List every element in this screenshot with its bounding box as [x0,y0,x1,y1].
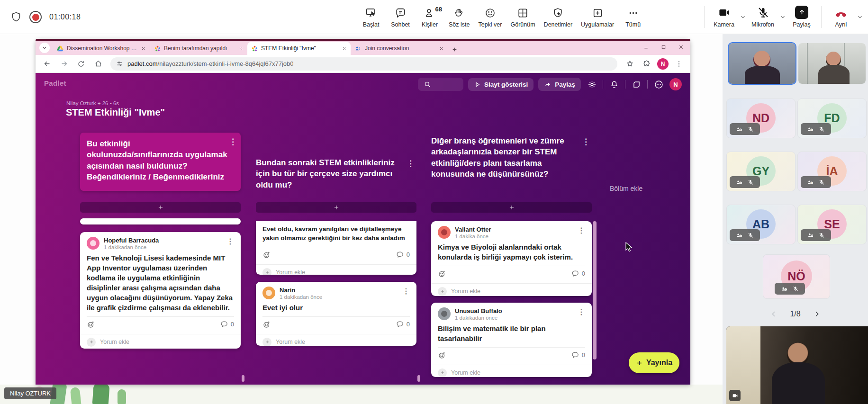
add-reaction-icon[interactable] [87,320,95,329]
host-tools-button[interactable]: Denetimler [540,0,577,34]
post-menu-icon[interactable]: ⋮ [578,226,585,235]
column-1-header[interactable]: Bu etkinliği okulunuzda/sınıflarınızda u… [80,133,241,191]
share-button[interactable]: Paylaş [787,0,816,34]
reactions-button[interactable]: Tepki ver [474,0,506,34]
slideshow-button[interactable]: Slayt gösterisi [468,78,533,91]
leave-options-chevron[interactable] [857,14,863,20]
browser-tab-stem-etkinligi[interactable]: STEM Etkinliği "Ivme" [247,42,351,55]
more-button[interactable]: Tümü [618,0,648,34]
minimize-button[interactable] [643,45,649,50]
comment-bubble-icon[interactable] [396,251,404,259]
column-3-header[interactable]: Diğer branş öğretmenleri ve zümre arkada… [431,135,592,180]
forward-button[interactable] [57,60,71,68]
column-menu-icon[interactable]: ⋮ [229,136,237,147]
participant-tile[interactable]: ND ? [726,99,796,138]
browser-tab-dissemination[interactable]: Dissemination Workshop - Goo [53,42,150,55]
column-menu-icon[interactable]: ⋮ [582,136,590,147]
add-comment-field[interactable]: Yorum ekle [80,334,241,349]
board-search-button[interactable] [418,78,463,91]
column-1-scrollbar[interactable] [242,375,244,382]
add-reaction-icon[interactable] [438,351,446,359]
column-1-add-post-button[interactable] [80,202,241,213]
add-comment-field[interactable]: Yorum ekle [431,283,592,296]
column-2-scrollbar[interactable] [417,375,420,382]
pager-next-chevron[interactable] [813,310,821,318]
present-mode-icon[interactable] [630,78,642,90]
post-card[interactable]: Hopeful Barracuda 1 dakikadan önce ⋮ Fen… [80,232,241,349]
camera-button[interactable]: Kamera [709,0,739,34]
add-reaction-icon[interactable] [262,251,271,259]
add-comment-field[interactable]: Yorum ekle [256,264,416,275]
participant-tile[interactable]: FD ! [797,99,867,138]
column-2-header[interactable]: Bundan sonraki STEM etkinlikleriniz için… [256,157,416,190]
add-reaction-icon[interactable] [438,269,446,278]
post-menu-icon[interactable]: ⋮ [402,287,410,296]
notifications-bell-icon[interactable] [608,78,620,90]
maximize-button[interactable] [661,45,666,50]
column-menu-icon[interactable]: ⋮ [407,158,415,169]
post-card[interactable]: Narin 1 dakikadan önce ⋮ Evet iyi olur 0 [256,282,416,346]
comment-bubble-icon[interactable] [571,269,579,278]
more-options-icon[interactable] [652,78,665,90]
video-control-badge[interactable] [729,390,741,401]
browser-menu-icon[interactable] [672,60,686,68]
security-shield-icon[interactable] [10,11,22,23]
browser-profile-avatar[interactable]: N [657,58,669,70]
start-share-button[interactable]: Başlat [356,0,386,34]
site-settings-icon[interactable] [116,60,123,67]
participant-tile[interactable]: SE [797,205,867,244]
add-comment-field[interactable]: Yorum ekle [431,365,592,377]
post-card[interactable]: Evet oldu, kavram yanılgıları ve dijital… [256,221,416,275]
add-reaction-icon[interactable] [262,320,271,329]
comment-bubble-icon[interactable] [571,351,579,359]
apps-button[interactable]: Uygulamalar [577,0,618,34]
publish-button[interactable]: Yayınla [629,352,679,373]
participant-video-large[interactable] [726,326,868,404]
board-user-avatar[interactable]: N [669,78,682,90]
recording-indicator-icon[interactable] [29,11,42,23]
chat-button[interactable]: Sohbet [386,0,415,34]
back-button[interactable] [40,60,54,68]
post-menu-icon[interactable]: ⋮ [226,237,234,246]
post-menu-icon[interactable]: ⋮ [578,307,585,316]
browser-tab-made-by-me[interactable]: Benim tarafımdan yapıldı [150,42,247,55]
participant-video[interactable] [729,43,796,84]
home-button[interactable] [91,60,105,68]
tab-search-button[interactable] [39,43,50,53]
add-section-button[interactable]: Bölüm ekle [610,185,642,192]
address-bar[interactable]: padlet.com/nilayozzturk/stem-etkinli-i-i… [110,57,617,71]
raise-hand-button[interactable]: Söz iste [444,0,474,34]
mic-options-chevron[interactable] [779,14,786,20]
participant-tile[interactable]: AB ! [726,205,796,244]
post-card[interactable]: Unusual Buffalo 1 dakikadan önce ⋮ Biliş… [431,303,592,377]
participant-tile[interactable]: GY ! [726,152,796,191]
add-comment-field[interactable]: Yorum ekle [256,334,416,346]
comment-bubble-icon[interactable] [220,320,228,328]
column-2-add-post-button[interactable] [256,202,416,213]
participants-button[interactable]: 68 Kişiler [415,0,444,34]
comment-bubble-icon[interactable] [396,320,404,328]
participant-video[interactable] [798,43,866,84]
participant-tile[interactable]: NÖ ! [763,254,830,299]
participant-tile[interactable]: İA ! [797,152,867,191]
padlet-logo[interactable]: Padlet [44,79,66,87]
pager-prev-chevron[interactable] [770,310,778,318]
tab-close-icon[interactable] [239,46,243,51]
browser-tab-join-conversation[interactable]: Join conversation [351,42,448,55]
close-window-button[interactable] [678,45,684,50]
reload-button[interactable] [74,60,88,68]
tab-close-icon[interactable] [342,46,346,51]
microphone-button[interactable]: Mikrofon [747,0,778,34]
bookmark-star-icon[interactable] [623,60,636,68]
camera-options-chevron[interactable] [740,14,746,20]
column-3-add-post-button[interactable] [431,202,592,213]
view-button[interactable]: Görünüm [506,0,540,34]
board-settings-gear-icon[interactable] [586,78,598,90]
tab-close-icon[interactable] [141,46,145,51]
board-share-button[interactable]: Paylaş [538,78,581,91]
new-tab-button[interactable] [452,46,458,53]
column-3-scrollbar[interactable] [593,221,597,359]
post-card[interactable]: Valiant Otter 1 dakika önce ⋮ Kimya ve B… [431,221,592,296]
leave-button[interactable]: Ayrıl [826,0,856,34]
tab-close-icon[interactable] [439,46,443,51]
